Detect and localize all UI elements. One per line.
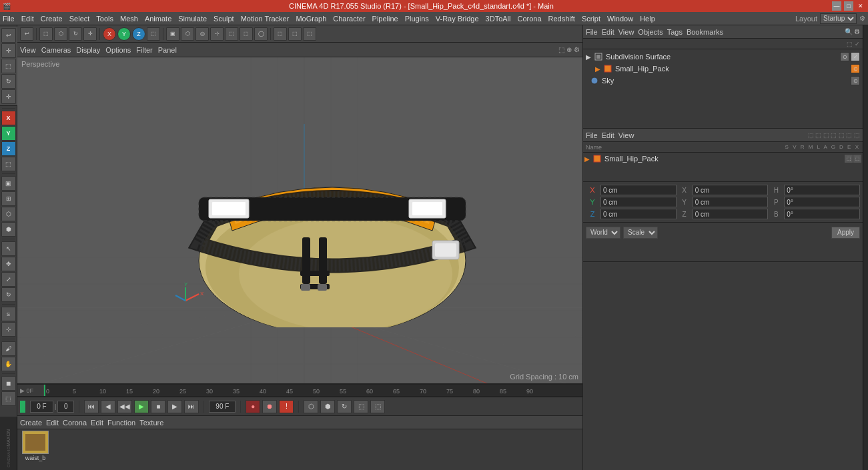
tb-obj[interactable]: ⬚ [39,27,53,41]
goto-start-button[interactable]: ⏮ [84,400,99,413]
menu-sculpt[interactable]: Sculpt [213,15,234,23]
mode-btn-2[interactable]: ⊞ [1,191,16,206]
tb-obj2[interactable]: ⬡ [54,27,67,41]
menu-create[interactable]: Create [41,15,63,23]
menu-plugins[interactable]: Plugins [405,15,429,23]
menu-help[interactable]: Help [640,15,655,23]
apply-button[interactable]: Apply [831,227,860,239]
obj-sky-visible-btn[interactable]: ⊙ [851,76,860,85]
mat-edit2[interactable]: Edit [91,419,103,427]
tb-cam3[interactable]: ◎ [195,27,209,41]
obj-visible2-btn[interactable]: ⊙ [851,64,860,73]
menu-edit[interactable]: Edit [21,15,34,23]
obj-item-hippack[interactable]: ▶ Small_Hip_Pack ⊙ [584,63,861,75]
vp-display-menu[interactable]: Display [76,46,100,54]
material-thumb-waist[interactable] [22,431,49,454]
maximize-button[interactable]: □ [844,1,853,11]
obj-view-menu[interactable]: View [618,28,634,36]
vp-cameras-menu[interactable]: Cameras [41,46,71,54]
tool-select[interactable]: ↖ [1,241,16,256]
menu-select[interactable]: Select [69,15,90,23]
tb-cam2[interactable]: ⬡ [181,27,194,41]
menu-mesh[interactable]: Mesh [120,15,138,23]
tool-rotate[interactable]: ↻ [1,287,16,302]
coord-h-input[interactable] [784,185,860,195]
current-frame-input[interactable] [30,401,53,413]
tb-cam5[interactable]: ⬚ [225,27,238,41]
tool-s[interactable]: S [1,307,16,321]
play-button[interactable]: ▶ [134,400,149,413]
menu-script[interactable]: Script [582,15,600,23]
add2-button[interactable]: ✛ [1,89,16,104]
next-frame-button[interactable]: ▶ [167,400,182,413]
tb-undo[interactable]: ↩ [20,27,33,41]
menu-pipeline[interactable]: Pipeline [372,15,398,23]
tb-render2[interactable]: ⬚ [288,27,302,41]
tb-render3[interactable]: ⬚ [303,27,316,41]
obj-objects-menu[interactable]: Objects [638,28,663,36]
menu-mograph[interactable]: MoGraph [296,15,326,23]
y-axis-button[interactable]: Y [1,126,16,141]
tb-obj3[interactable]: ↻ [69,27,82,41]
menu-3dtoall[interactable]: 3DToAll [486,15,511,23]
coord-p-input[interactable] [784,197,860,207]
obj-edit-menu[interactable]: Edit [602,28,614,36]
tool-snap[interactable]: ⊹ [1,322,16,337]
tb-cam1[interactable]: ▣ [166,27,179,41]
mat-texture[interactable]: Texture [139,419,163,427]
menu-simulate[interactable]: Simulate [178,15,207,23]
mode-btn-4[interactable]: ⬢ [1,222,16,237]
menu-tools[interactable]: Tools [96,15,113,23]
coord-scale-select[interactable]: Scale [623,227,658,239]
viewport-3d[interactable]: Perspective Grid Spacing : 10 cm [17,57,582,383]
close-button[interactable]: ✕ [856,1,865,11]
coord-sy-input[interactable] [693,197,769,207]
tb-all[interactable]: ⬚ [147,27,160,41]
obj-item-sky[interactable]: Sky ⊙ [584,75,861,87]
tb-cam7[interactable]: ◯ [254,27,268,41]
tool-move[interactable]: ✥ [1,257,16,271]
goto-end-button[interactable]: ⏭ [184,400,199,413]
tb-y[interactable]: Y [117,27,131,41]
preview-btn[interactable]: ⬚ [354,400,368,413]
rotate-button[interactable]: ↻ [1,74,16,89]
vp-view-menu[interactable]: View [20,46,36,54]
mat-corona[interactable]: Corona [63,419,87,427]
loop-btn[interactable]: ↻ [337,400,352,413]
obj-file-menu[interactable]: File [586,28,598,36]
tb-obj4[interactable]: ✛ [83,27,97,41]
menu-file[interactable]: File [3,15,15,23]
end-frame-input[interactable] [209,401,236,413]
tb-render1[interactable]: ⬚ [274,27,287,41]
menu-corona[interactable]: Corona [517,15,541,23]
mat-function[interactable]: Function [107,419,135,427]
vp-filter-menu[interactable]: Filter [136,46,152,54]
add-button[interactable]: ✛ [1,43,16,58]
flag-s[interactable]: ⬚ [845,155,853,163]
flag-v[interactable]: ⬚ [853,155,861,163]
tool-render2[interactable]: ⬚ [1,391,16,406]
obj2-view-menu[interactable]: View [618,131,634,139]
mode-btn-3[interactable]: ⬡ [1,207,16,221]
menu-window[interactable]: Window [607,15,633,23]
render-prev-btn[interactable]: ⬚ [370,400,385,413]
coord-world-select[interactable]: World [586,227,620,239]
minimize-button[interactable]: — [832,1,841,11]
tb-z[interactable]: Z [132,27,145,41]
obj-bookmarks-menu[interactable]: Bookmarks [687,28,723,36]
undo-button[interactable]: ↩ [1,28,16,43]
motion-btn[interactable]: ⬢ [320,400,335,413]
obj-tags-menu[interactable]: Tags [667,28,683,36]
record-sel[interactable]: ! [279,400,294,413]
coord-sz-input[interactable] [693,209,769,219]
subframe-input[interactable] [57,401,74,413]
mat-edit[interactable]: Edit [46,419,59,427]
obj-check-btn[interactable]: ✓ [851,52,860,61]
z-axis-button[interactable]: Z [1,141,16,156]
vp-options-menu[interactable]: Options [105,46,131,54]
record-auto[interactable]: ⏺ [262,400,277,413]
obj-item-hippack-bottom[interactable]: ▶ Small_Hip_Pack ⬚ ⬚ [583,153,863,165]
mode-btn-1[interactable]: ▣ [1,176,16,191]
menu-character[interactable]: Character [333,15,365,23]
menu-redshift[interactable]: Redshift [548,15,575,23]
